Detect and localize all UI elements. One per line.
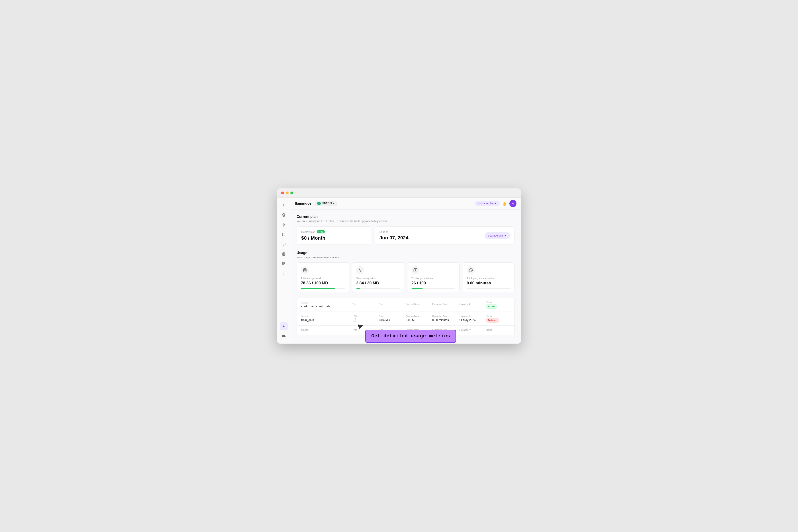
uploaded-cell: Uploaded At	[459, 329, 483, 332]
close-button[interactable]	[281, 191, 284, 194]
storage-icon	[301, 266, 309, 274]
sidebar-item-database[interactable]	[280, 250, 288, 258]
source-value: train_data	[301, 318, 350, 322]
type-header: Type	[353, 303, 377, 305]
sidebar-item-chat[interactable]	[280, 230, 288, 239]
size-cell: Size 3.84 MB	[379, 315, 403, 322]
ai-gen-label: Total AI generations	[412, 277, 455, 280]
storage-value: 78.36 / 100 MB	[301, 281, 345, 285]
svg-rect-5	[284, 263, 285, 264]
topbar-right: upgrade plan ✦ 🔔 M	[475, 200, 516, 207]
ai-gen-progress-fill	[412, 288, 423, 289]
chevron-down-icon: ▾	[333, 202, 335, 205]
sidebar-item-video[interactable]	[280, 240, 288, 248]
status-cell: Status Deleted	[486, 315, 510, 322]
svg-marker-0	[282, 213, 285, 215]
queried-cell: Queried Data	[406, 303, 430, 306]
type-header: Type	[353, 315, 377, 317]
ends-on-info: Ends on Jun 07, 2024	[380, 230, 408, 241]
upgrade-plan-card-label: upgrade plan ✦	[488, 234, 507, 237]
titlebar	[277, 188, 521, 198]
ai-gen-value: 26 / 100	[412, 281, 455, 285]
query-time-icon	[467, 266, 475, 274]
ai-generations-card: Total AI generations 26 / 100	[407, 263, 459, 292]
uploaded-value: 14 May 2024	[459, 318, 483, 322]
status-cell: Status Active	[486, 301, 510, 308]
avatar[interactable]: M	[509, 200, 516, 207]
data-queried-value: 2.84 / 30 MB	[356, 281, 400, 285]
sidebar: +	[277, 198, 290, 344]
model-label: GPT 3.5	[322, 202, 332, 205]
uploaded-header: Uploaded At	[459, 329, 483, 331]
status-header: Status	[486, 329, 510, 331]
topbar-left: flamingos G GPT 3.5 ▾	[295, 201, 337, 206]
upgrade-btn-label: upgrade plan ✦	[478, 202, 496, 205]
size-cell: Size	[379, 303, 403, 306]
status-badge: Deleted	[486, 318, 499, 323]
gpt-icon: G	[317, 202, 321, 205]
free-badge: Free	[317, 230, 324, 233]
current-plan-subtitle: You are currently on FREE plan. To incre…	[297, 220, 515, 223]
plan-row: Monthly plan Free $0 / Month Ends on Jun…	[297, 226, 515, 245]
app-window: +	[277, 188, 521, 344]
source-cell: Source credit_cards_test_data	[301, 302, 350, 308]
current-plan-section: Current plan You are currently on FREE p…	[297, 215, 515, 245]
sidebar-item-sparkle[interactable]: ✦	[280, 322, 288, 330]
type-cell: Type	[353, 315, 377, 322]
data-queried-card: Total data queried 2.84 / 30 MB	[352, 263, 404, 292]
svg-point-8	[303, 269, 306, 270]
size-header: Size	[379, 303, 403, 305]
query-time-label: Total query execution time	[467, 277, 511, 280]
sidebar-item-layers[interactable]	[280, 211, 288, 219]
upgrade-plan-button[interactable]: upgrade plan ✦	[475, 201, 500, 206]
current-plan-title: Current plan	[297, 215, 515, 219]
sidebar-item-grid[interactable]	[280, 260, 288, 268]
svg-rect-6	[284, 264, 285, 265]
exec-value: 0.00 minutes	[432, 318, 457, 322]
table-row: Source train_data Type	[297, 311, 514, 326]
maximize-button[interactable]	[290, 191, 293, 194]
size-header: Size	[379, 315, 403, 318]
ai-gen-progress-bar	[412, 288, 455, 289]
model-selector[interactable]: G GPT 3.5 ▾	[315, 201, 337, 206]
notification-bell-icon[interactable]: 🔔	[502, 202, 507, 206]
source-value: credit_cards_test_data	[301, 305, 350, 308]
usage-subtitle: Your usage is renewed every month	[297, 256, 515, 259]
sidebar-item-discord[interactable]	[280, 332, 288, 340]
storage-card: Total storage used 78.36 / 100 MB	[297, 263, 349, 292]
upgrade-plan-card-button[interactable]: upgrade plan ✦	[484, 232, 510, 239]
data-queried-icon	[356, 266, 364, 274]
query-time-progress-bar	[467, 288, 511, 289]
status-header: Status	[486, 301, 510, 303]
uploaded-cell: Uploaded At 14 May 2024	[459, 315, 483, 322]
ends-on-value: Jun 07, 2024	[380, 235, 408, 241]
sidebar-item-plus[interactable]: +	[280, 201, 288, 209]
minimize-button[interactable]	[286, 191, 289, 194]
app-title: flamingos	[295, 202, 312, 206]
queried-header: Queried Data	[406, 315, 430, 318]
source-header: Source	[301, 315, 350, 318]
data-queried-progress-bar	[356, 288, 400, 289]
app-body: +	[277, 198, 521, 344]
storage-progress-bar	[301, 288, 345, 289]
source-header: Source	[301, 329, 350, 331]
ai-gen-icon	[412, 266, 419, 274]
source-cell: Source	[301, 329, 350, 332]
svg-rect-2	[282, 243, 285, 245]
tooltip-overlay: Get detailed usage metrics	[365, 330, 456, 343]
sidebar-item-export[interactable]	[280, 269, 288, 278]
uploaded-cell: Uploaded At	[459, 303, 483, 306]
data-queried-progress-fill	[356, 288, 360, 289]
svg-point-3	[282, 252, 285, 253]
sidebar-bottom: ✦	[280, 322, 288, 340]
table-row: Source credit_cards_test_data Type Size	[297, 298, 514, 311]
size-value: 3.84 MB	[379, 318, 403, 322]
type-value	[353, 318, 377, 322]
sidebar-item-bolt[interactable]	[280, 221, 288, 229]
monthly-plan-card: Monthly plan Free $0 / Month	[297, 226, 371, 245]
storage-progress-fill	[301, 288, 335, 289]
usage-cards: Total storage used 78.36 / 100 MB	[297, 263, 515, 292]
usage-section: Usage Your usage is renewed every month	[297, 251, 515, 292]
queried-cell: Queried Data 0.00 MB	[406, 315, 430, 322]
svg-rect-7	[282, 264, 284, 265]
